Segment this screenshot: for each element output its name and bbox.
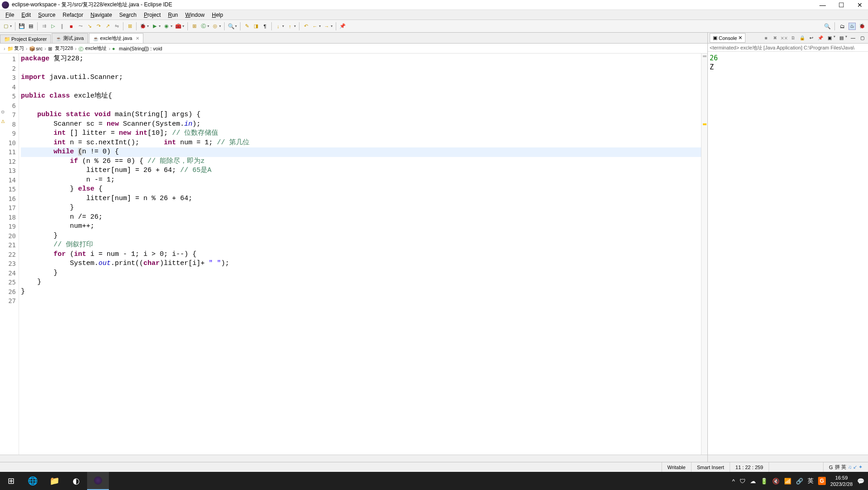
menu-refactor[interactable]: Refactor [59,11,87,19]
save-icon[interactable] [18,23,25,30]
menu-edit[interactable]: Edit [18,11,34,19]
notifications-icon[interactable]: 💬 [857,478,864,485]
toggle-mark-icon[interactable]: ✎ [243,23,250,30]
back-icon[interactable]: ← [311,23,319,30]
save-all-icon[interactable]: ▤ [27,23,34,30]
coverage-dropdown[interactable]: ▾ [171,24,172,28]
step-into-icon[interactable]: ↘ [86,23,93,30]
console-output[interactable]: 26 Z [708,52,868,455]
step-over-icon[interactable]: ↷ [95,23,102,30]
new-dropdown[interactable]: ▾ [10,24,12,28]
coverage-icon[interactable]: ◉ [163,23,170,30]
taskbar-clock[interactable]: 16:59 2023/2/28 [830,475,853,487]
tab-file-1[interactable]: 测试.java [52,33,88,43]
breadcrumb-project[interactable]: 📁复习 [7,45,24,52]
tray-wifi-icon[interactable]: 📶 [784,478,791,485]
minimize-view-icon[interactable]: — [849,34,857,42]
new-class-dropdown[interactable]: ▾ [207,24,209,28]
breadcrumb-src[interactable]: 📦src [29,46,43,51]
overview-ruler[interactable] [701,54,707,455]
minimize-button[interactable]: — [819,1,826,9]
toggle-block-icon[interactable]: ◨ [252,23,260,30]
next-annotation-icon[interactable]: ↓ [275,23,282,30]
eclipse-app-icon[interactable] [87,472,109,490]
code-content[interactable]: package 复习228;import java.util.Scanner;p… [19,54,701,455]
close-button[interactable]: ✕ [857,1,863,9]
tray-chevron-icon[interactable]: ^ [732,478,735,485]
word-wrap-icon[interactable]: ↩ [808,34,815,42]
code-editor[interactable]: ⊖⚠ 1234567891011121314151617181920212223… [0,54,707,455]
next-ann-dropdown[interactable]: ▾ [282,24,284,28]
ime-indicator[interactable]: G 拼 英 ♫ ↙ ✦ [823,462,868,472]
back-dropdown[interactable]: ▾ [319,24,321,28]
ext-tools-dropdown[interactable]: ▾ [182,24,184,28]
horizontal-scrollbar[interactable] [0,455,707,462]
remove-all-icon[interactable]: ⨯⨯ [780,34,788,42]
last-edit-icon[interactable]: ↶ [302,23,309,30]
clear-console-icon[interactable]: 🗎 [790,34,797,42]
menu-help[interactable]: Help [208,11,227,19]
tray-ime-lang[interactable]: 英 [808,477,814,485]
open-console-icon[interactable]: ▤ [838,34,845,42]
quick-access-icon[interactable] [824,23,831,30]
forward-dropdown[interactable]: ▾ [331,24,333,28]
run-icon[interactable] [151,23,158,30]
menu-navigate[interactable]: Navigate [87,11,115,19]
menu-run[interactable]: Run [164,11,181,19]
open-type-dropdown[interactable]: ▾ [219,24,221,28]
tray-ime-badge[interactable]: G [818,477,826,485]
java-perspective-icon[interactable]: ♨ [848,23,856,30]
new-package-icon[interactable]: ⊞ [191,23,198,30]
start-button[interactable]: ⊞ [0,472,22,490]
pin-editor-icon[interactable]: 📌 [339,23,346,30]
breadcrumb-package[interactable]: ⊞复习228 [48,45,73,52]
menu-project[interactable]: Project [140,11,164,19]
tab-project-explorer[interactable]: Project Explorer [0,34,51,43]
menu-file[interactable]: File [2,11,18,19]
tray-volume-icon[interactable]: 🔇 [772,478,780,485]
edge-icon[interactable]: 🌐 [22,472,44,490]
debug-perspective-icon[interactable]: 🐞 [858,23,866,30]
menu-window[interactable]: Window [181,11,208,19]
overview-warning-mark[interactable] [703,123,706,125]
prev-ann-dropdown[interactable]: ▾ [294,24,296,28]
show-whitespace-icon[interactable]: ¶ [261,23,269,30]
search-dropdown[interactable]: ▾ [235,24,237,28]
search-icon[interactable] [227,23,235,30]
console-tab[interactable]: ▣ Console ✕ [710,33,745,43]
maximize-view-icon[interactable]: ▢ [858,34,866,42]
forward-icon[interactable]: → [323,23,330,30]
drop-frame-icon[interactable]: ⇋ [113,23,120,30]
debug-dropdown[interactable]: ▾ [147,24,149,28]
prev-annotation-icon[interactable]: ↑ [286,23,294,30]
step-return-icon[interactable]: ↗ [104,23,111,30]
instruction-step-icon[interactable]: ⊞ [126,23,133,30]
maximize-button[interactable]: ☐ [839,1,844,9]
breadcrumb-method[interactable]: ●main(String[]) : void [112,46,162,51]
app-icon[interactable]: ◐ [65,472,87,490]
open-perspective-icon[interactable]: 🗂 [839,23,846,30]
new-icon[interactable] [2,23,10,30]
menu-source[interactable]: Source [34,11,59,19]
tray-security-icon[interactable]: 🛡 [740,478,745,485]
open-type-icon[interactable]: ◎ [211,23,219,30]
run-dropdown[interactable]: ▾ [159,24,161,28]
file-explorer-icon[interactable]: 📁 [44,472,65,490]
close-tab-icon[interactable]: ✕ [738,35,742,41]
skip-breakpoints-icon[interactable]: ⇉ [40,23,48,30]
resume-icon[interactable]: ▷ [49,23,57,30]
remove-launch-icon[interactable]: ✖ [771,34,779,42]
pin-console-icon[interactable]: 📌 [817,34,824,42]
close-tab-icon[interactable]: ✕ [136,36,139,41]
new-class-icon[interactable]: Ⓒ [200,23,207,30]
external-tools-icon[interactable]: 🧰 [175,23,182,30]
display-selected-icon[interactable]: ▣ [826,34,833,42]
tray-battery-icon[interactable]: 🔋 [760,478,768,485]
scroll-lock-icon[interactable]: 🔒 [799,34,806,42]
tray-onedrive-icon[interactable]: ☁ [750,478,756,485]
suspend-icon[interactable]: ‖ [59,23,66,30]
terminate-icon[interactable]: ■ [762,34,770,42]
overview-mark[interactable] [703,55,706,57]
breadcrumb-class[interactable]: Ⓒexcle地址 [78,45,107,52]
tray-link-icon[interactable]: 🔗 [796,478,803,485]
